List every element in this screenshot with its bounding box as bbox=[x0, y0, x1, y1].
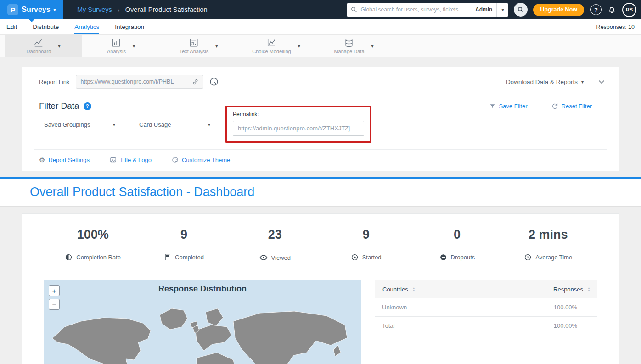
table-row: Unknown 100.00% bbox=[375, 298, 597, 317]
page-title-band: Overall Product Satisfaction - Dashboard bbox=[0, 179, 641, 207]
divider bbox=[429, 248, 485, 248]
search-scope-dropdown[interactable]: ▾ bbox=[496, 3, 508, 17]
caret-down-icon[interactable]: ▾ bbox=[133, 44, 135, 49]
responses-cell: 100.00% bbox=[554, 322, 577, 329]
save-filter-button[interactable]: Save Filter bbox=[489, 103, 527, 110]
funnel-icon bbox=[489, 103, 495, 109]
stat-label: Started bbox=[362, 254, 382, 261]
live-dashboard-pie-icon[interactable] bbox=[209, 77, 219, 87]
tab-label: Text Analysis bbox=[180, 49, 209, 54]
sort-icon[interactable]: ▲▼ bbox=[587, 287, 590, 291]
stat-label: Completed bbox=[175, 254, 204, 261]
breadcrumb-separator-icon: › bbox=[118, 6, 120, 14]
user-avatar[interactable]: RS bbox=[622, 3, 636, 17]
search-icon bbox=[517, 6, 524, 13]
caret-down-icon: ▾ bbox=[581, 79, 584, 84]
subnav-analytics[interactable]: Analytics bbox=[74, 19, 99, 34]
subnav-integration[interactable]: Integration bbox=[115, 19, 144, 34]
stat-label: Average Time bbox=[535, 254, 572, 261]
saved-groupings-label: Saved Groupings bbox=[44, 121, 90, 128]
title-logo-button[interactable]: Title & Logo bbox=[110, 157, 152, 163]
survey-subnav: Edit Distribute Analytics Integration Re… bbox=[0, 19, 641, 35]
reset-filter-label: Reset Filter bbox=[562, 103, 592, 110]
question-icon: ? bbox=[86, 103, 89, 109]
logo-letter: P bbox=[11, 6, 15, 14]
stat-label: Dropouts bbox=[451, 254, 475, 261]
tab-text-analysis[interactable]: Text Analysis ▾ bbox=[160, 35, 237, 57]
report-settings-button[interactable]: ⚙ Report Settings bbox=[39, 157, 90, 163]
choice-modelling-chart-icon bbox=[266, 38, 276, 48]
search-icon bbox=[351, 6, 357, 13]
tab-analysis[interactable]: Analysis ▾ bbox=[82, 35, 160, 57]
tab-manage-data[interactable]: Manage Data ▾ bbox=[315, 35, 393, 57]
caret-down-icon: ▾ bbox=[501, 7, 504, 12]
save-filter-label: Save Filter bbox=[499, 103, 527, 110]
divider bbox=[520, 248, 576, 248]
subnav-label: Distribute bbox=[33, 23, 59, 30]
upgrade-button[interactable]: Upgrade Now bbox=[533, 4, 584, 16]
table-row: Total 100.00% bbox=[375, 317, 597, 335]
map-title: Response Distribution bbox=[44, 280, 361, 294]
sort-icon[interactable]: ▲▼ bbox=[412, 287, 416, 291]
questionpro-logo: P bbox=[7, 4, 18, 15]
divider bbox=[34, 95, 607, 95]
divider bbox=[247, 248, 303, 248]
palette-icon bbox=[172, 157, 179, 163]
divider bbox=[34, 149, 607, 150]
product-name: Surveys bbox=[22, 6, 50, 14]
breadcrumb-my-surveys[interactable]: My Surveys bbox=[77, 6, 112, 13]
advanced-search-button[interactable] bbox=[514, 3, 528, 17]
reset-filter-button[interactable]: Reset Filter bbox=[551, 103, 592, 110]
caret-down-icon: ▾ bbox=[208, 122, 210, 127]
responses-count: Responses: 10 bbox=[596, 19, 635, 34]
subnav-edit[interactable]: Edit bbox=[6, 19, 17, 34]
product-switcher[interactable]: P Surveys ▾ bbox=[0, 0, 63, 19]
card-usage-dropdown[interactable]: Card Usage ▾ bbox=[139, 121, 210, 128]
saved-groupings-dropdown[interactable]: Saved Groupings ▾ bbox=[44, 121, 115, 128]
permalink-input[interactable] bbox=[233, 121, 364, 136]
caret-down-icon[interactable]: ▾ bbox=[298, 44, 300, 49]
caret-down-icon[interactable]: ▾ bbox=[58, 44, 60, 49]
tab-label: Manage Data bbox=[334, 49, 364, 54]
report-settings-label: Report Settings bbox=[48, 157, 90, 163]
stat-completion-rate: 100% Completion Rate bbox=[47, 228, 138, 262]
country-cell: Unknown bbox=[382, 304, 407, 311]
world-map-image[interactable] bbox=[44, 295, 361, 364]
customize-theme-button[interactable]: Customize Theme bbox=[172, 157, 230, 163]
collapse-panel-chevron-icon[interactable] bbox=[597, 78, 606, 86]
customize-theme-label: Customize Theme bbox=[182, 157, 230, 163]
main-content: Report Link Download Data & Reports ▾ bbox=[0, 57, 641, 171]
download-data-reports-dropdown[interactable]: Download Data & Reports ▾ bbox=[506, 78, 584, 85]
map-zoom-in-button[interactable]: + bbox=[49, 285, 60, 296]
subnav-label: Integration bbox=[115, 23, 144, 30]
caret-down-icon: ▾ bbox=[113, 122, 115, 127]
filter-help-icon[interactable]: ? bbox=[84, 102, 91, 110]
title-logo-label: Title & Logo bbox=[120, 157, 152, 163]
stats-row: 100% Completion Rate 9 Completed bbox=[34, 228, 607, 262]
minus-circle-icon bbox=[439, 253, 447, 261]
countries-column-header[interactable]: Countries bbox=[382, 286, 408, 293]
card-usage-label: Card Usage bbox=[139, 121, 171, 128]
subnav-distribute[interactable]: Distribute bbox=[33, 19, 59, 34]
tab-choice-modelling[interactable]: Choice Modelling ▾ bbox=[237, 35, 315, 57]
response-map-panel: + − Response Distribution bbox=[44, 280, 361, 364]
report-link-input[interactable] bbox=[80, 78, 189, 85]
responses-column-header[interactable]: Responses bbox=[553, 286, 583, 293]
map-zoom-out-button[interactable]: − bbox=[49, 299, 60, 310]
dashboard-card: 100% Completion Rate 9 Completed bbox=[22, 213, 619, 364]
caret-down-icon[interactable]: ▾ bbox=[215, 44, 218, 49]
reset-icon bbox=[551, 103, 558, 110]
map-and-table-row: + − Response Distribution bbox=[34, 280, 607, 364]
caret-down-icon: ▾ bbox=[54, 7, 56, 12]
filter-data-title: Filter Data bbox=[39, 101, 79, 111]
tab-dashboard[interactable]: Dashboard ▾ bbox=[5, 35, 82, 57]
caret-down-icon[interactable]: ▾ bbox=[371, 44, 374, 49]
report-link-field[interactable] bbox=[76, 75, 203, 89]
help-button[interactable]: ? bbox=[590, 4, 602, 15]
stat-value: 9 bbox=[363, 228, 370, 242]
search-input[interactable] bbox=[360, 6, 471, 13]
subnav-label: Edit bbox=[6, 23, 17, 30]
eye-icon bbox=[259, 253, 268, 262]
completion-icon bbox=[65, 253, 73, 261]
notifications-bell-icon[interactable] bbox=[607, 6, 616, 14]
